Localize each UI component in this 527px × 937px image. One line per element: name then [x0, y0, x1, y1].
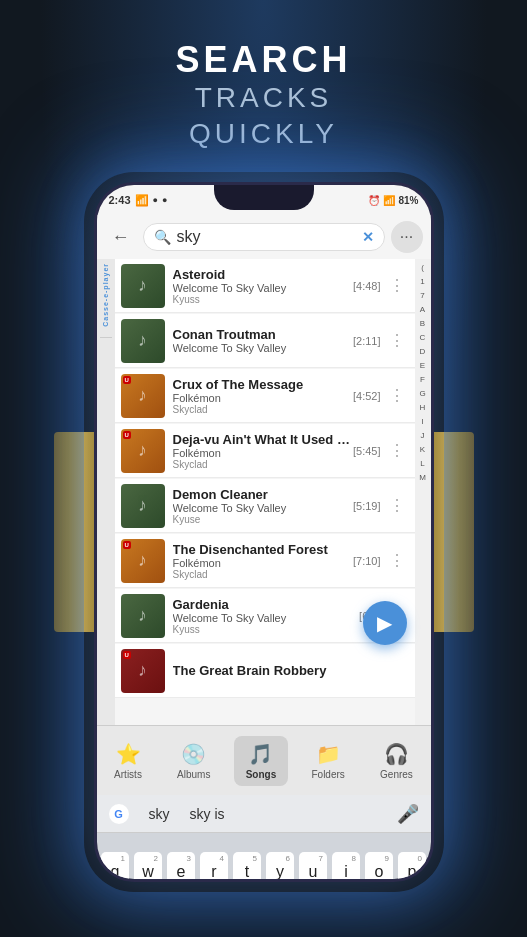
- song-item[interactable]: U ♪ The Disenchanted Forest Folkémon Sky…: [115, 534, 415, 588]
- song-thumb-0: ♪: [121, 264, 165, 308]
- alpha-letter[interactable]: 7: [420, 289, 424, 303]
- alpha-letter[interactable]: L: [420, 457, 424, 471]
- song-menu-0[interactable]: ⋮: [385, 272, 409, 299]
- phone-wrapper: 2:43 📶 ● ● ⏰ 📶 81% ← 🔍 sky ✕: [84, 172, 444, 892]
- search-input-area[interactable]: 🔍 sky ✕: [143, 223, 385, 251]
- song-title-1: Conan Troutman: [173, 327, 353, 342]
- song-menu-5[interactable]: ⋮: [385, 547, 409, 574]
- content-area: Casse-e-player ♪ Asteroid Welcome To Sky…: [97, 259, 431, 725]
- song-duration-5: [7:10]: [353, 555, 381, 567]
- thumb-badge-5: U: [123, 541, 131, 549]
- song-title-5: The Disenchanted Forest: [173, 542, 353, 557]
- alpha-letter[interactable]: M: [419, 471, 426, 485]
- song-list: ♪ Asteroid Welcome To Sky Valley Kyuss […: [115, 259, 415, 725]
- header-line1: SEARCH: [175, 40, 351, 80]
- key-u[interactable]: 7u: [299, 852, 327, 882]
- alpha-letter[interactable]: J: [421, 429, 425, 443]
- signal-strength-icon: 📶: [383, 195, 395, 206]
- keyboard-suggestions: G sky sky is 🎤: [97, 795, 431, 833]
- song-duration-0: [4:48]: [353, 280, 381, 292]
- sidebar-app-label: Casse-e-player: [102, 263, 109, 327]
- record-icon: ●: [162, 195, 167, 205]
- song-item[interactable]: ♪ Asteroid Welcome To Sky Valley Kyuss […: [115, 259, 415, 313]
- key-y[interactable]: 6y: [266, 852, 294, 882]
- song-item[interactable]: U ♪ Deja-vu Ain't What It Used To Be Fol…: [115, 424, 415, 478]
- alpha-letter[interactable]: (: [421, 261, 424, 275]
- signal-icon: ●: [153, 195, 158, 205]
- thumb-badge-3: U: [123, 431, 131, 439]
- key-p[interactable]: 0p: [398, 852, 426, 882]
- more-button[interactable]: ···: [391, 221, 423, 253]
- song-menu-3[interactable]: ⋮: [385, 437, 409, 464]
- alpha-letter[interactable]: K: [420, 443, 425, 457]
- key-e[interactable]: 3e: [167, 852, 195, 882]
- song-menu-4[interactable]: ⋮: [385, 492, 409, 519]
- alpha-letter[interactable]: E: [420, 359, 425, 373]
- nav-item-albums[interactable]: 💿 Albums: [165, 736, 222, 786]
- suggestion-query[interactable]: sky: [149, 806, 170, 822]
- sidebar-separator: [100, 337, 112, 338]
- song-thumb-1: ♪: [121, 319, 165, 363]
- back-button[interactable]: ←: [105, 221, 137, 253]
- song-info-5: The Disenchanted Forest Folkémon Skyclad: [173, 542, 353, 580]
- alpha-letter[interactable]: F: [420, 373, 425, 387]
- key-q[interactable]: 1q: [101, 852, 129, 882]
- song-thumb-2: U ♪: [121, 374, 165, 418]
- song-info-0: Asteroid Welcome To Sky Valley Kyuss: [173, 267, 353, 305]
- song-duration-2: [4:52]: [353, 390, 381, 402]
- song-info-4: Demon Cleaner Welcome To Sky Valley Kyus…: [173, 487, 353, 525]
- song-info-2: Crux of The Message Folkémon Skyclad: [173, 377, 353, 415]
- header-line2: TRACKS QUICKLY: [175, 80, 351, 153]
- keyboard-area: G sky sky is 🎤 1q 2w 3e 4r 5t 6y 7u: [97, 795, 431, 882]
- nav-item-genres[interactable]: 🎧 Genres: [368, 736, 425, 786]
- alpha-letter[interactable]: A: [420, 303, 425, 317]
- alpha-letter[interactable]: D: [420, 345, 426, 359]
- microphone-icon[interactable]: 🎤: [397, 803, 419, 825]
- song-menu-1[interactable]: ⋮: [385, 327, 409, 354]
- songs-label: Songs: [246, 769, 277, 780]
- song-artist-6: Kyuss: [173, 624, 360, 635]
- battery: 81%: [398, 195, 418, 206]
- song-thumb-5: U ♪: [121, 539, 165, 583]
- song-info-1: Conan Troutman Welcome To Sky Valley: [173, 327, 353, 354]
- song-title-7: The Great Brain Robbery: [173, 663, 409, 678]
- key-o[interactable]: 9o: [365, 852, 393, 882]
- time: 2:43: [109, 194, 131, 206]
- alpha-letter[interactable]: G: [419, 387, 425, 401]
- key-w[interactable]: 2w: [134, 852, 162, 882]
- song-item[interactable]: U ♪ Crux of The Message Folkémon Skyclad…: [115, 369, 415, 423]
- alpha-letter[interactable]: C: [420, 331, 426, 345]
- song-item[interactable]: U ♪ The Great Brain Robbery: [115, 644, 415, 698]
- wifi-icon: 📶: [135, 194, 149, 207]
- artists-icon: ⭐: [116, 742, 141, 766]
- albums-label: Albums: [177, 769, 210, 780]
- song-artist-5: Skyclad: [173, 569, 353, 580]
- search-bar: ← 🔍 sky ✕ ···: [97, 215, 431, 259]
- play-fab-button[interactable]: ▶: [363, 601, 407, 645]
- song-thumb-3: U ♪: [121, 429, 165, 473]
- key-r[interactable]: 4r: [200, 852, 228, 882]
- bottom-nav: ⭐ Artists 💿 Albums 🎵 Songs 📁 Folders: [97, 725, 431, 795]
- key-i[interactable]: 8i: [332, 852, 360, 882]
- alpha-letter[interactable]: H: [420, 401, 426, 415]
- song-title-6: Gardenia: [173, 597, 360, 612]
- nav-item-artists[interactable]: ⭐ Artists: [102, 736, 154, 786]
- song-item[interactable]: ♪ Conan Troutman Welcome To Sky Valley […: [115, 314, 415, 368]
- alpha-letter[interactable]: 1: [420, 275, 424, 289]
- google-logo: G: [109, 804, 129, 824]
- song-title-0: Asteroid: [173, 267, 353, 282]
- suggestion-prediction[interactable]: sky is: [190, 806, 225, 822]
- thumb-badge-2: U: [123, 376, 131, 384]
- alpha-letter[interactable]: B: [420, 317, 425, 331]
- nav-item-folders[interactable]: 📁 Folders: [299, 736, 356, 786]
- song-menu-2[interactable]: ⋮: [385, 382, 409, 409]
- thumb-badge-7: U: [123, 651, 131, 659]
- song-info-6: Gardenia Welcome To Sky Valley Kyuss: [173, 597, 360, 635]
- nav-item-songs[interactable]: 🎵 Songs: [234, 736, 289, 786]
- clear-icon[interactable]: ✕: [362, 229, 374, 245]
- key-t[interactable]: 5t: [233, 852, 261, 882]
- song-item[interactable]: ♪ Demon Cleaner Welcome To Sky Valley Ky…: [115, 479, 415, 533]
- alpha-letter[interactable]: I: [421, 415, 423, 429]
- albums-icon: 💿: [181, 742, 206, 766]
- song-info-3: Deja-vu Ain't What It Used To Be Folkémo…: [173, 432, 353, 470]
